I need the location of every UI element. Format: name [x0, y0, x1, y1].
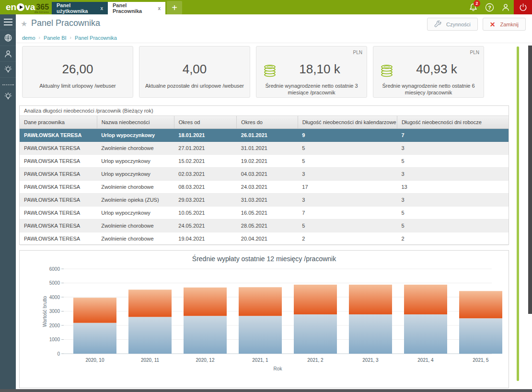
column-header[interactable]: Okres od — [174, 116, 237, 128]
bar-segment-bottom[interactable] — [73, 323, 116, 354]
bar-segment-bottom[interactable] — [459, 318, 502, 354]
table-cell[interactable]: 3 — [397, 167, 509, 180]
table-row[interactable]: PAWŁOWSKA TERESAZwolnienie chorobowe27.0… — [20, 141, 509, 154]
table-row[interactable]: PAWŁOWSKA TERESAZwolnienie chorobowe19.0… — [20, 232, 509, 245]
table-cell[interactable]: 5 — [397, 219, 509, 232]
sidebar-item-bi-panel-2[interactable] — [0, 88, 16, 104]
bar-segment-bottom[interactable] — [294, 314, 337, 354]
column-header[interactable]: Dane pracownika — [20, 116, 97, 128]
table-cell[interactable]: Urlop wypoczynkowy — [97, 154, 174, 167]
bar-segment-top[interactable] — [239, 287, 282, 316]
bar-segment-bottom[interactable] — [128, 317, 172, 354]
table-row[interactable]: PAWŁOWSKA TERESAUrlop wypoczynkowy10.05.… — [20, 206, 509, 219]
table-cell[interactable]: 13 — [397, 180, 509, 193]
main-menu-button[interactable] — [0, 14, 16, 30]
table-cell[interactable]: PAWŁOWSKA TERESA — [20, 219, 97, 232]
logout-button[interactable] — [514, 0, 532, 14]
notifications-button[interactable]: 2 — [465, 0, 481, 14]
breadcrumb-item-panel-pracownika[interactable]: Panel Pracownika — [75, 35, 117, 41]
table-cell[interactable]: 16.05.2021 — [237, 206, 298, 219]
table-cell[interactable]: Urlop wypoczynkowy — [97, 206, 174, 219]
table-cell[interactable]: 10.05.2021 — [174, 206, 237, 219]
bar-segment-top[interactable] — [128, 289, 172, 317]
bar-segment-bottom[interactable] — [239, 316, 282, 354]
table-cell[interactable]: 7 — [298, 206, 397, 219]
table-cell[interactable]: 29.03.2021 — [174, 193, 237, 206]
tab-close-icon[interactable]: x — [157, 6, 162, 11]
table-cell[interactable]: Zwolnienie chorobowe — [97, 232, 174, 245]
breadcrumb-item-panele-bi[interactable]: Panele BI — [44, 35, 67, 41]
table-cell[interactable]: 2 — [298, 232, 397, 245]
table-cell[interactable]: PAWŁOWSKA TERESA — [20, 154, 97, 167]
bar-segment-top[interactable] — [73, 298, 116, 323]
table-cell[interactable]: Urlop wypoczynkowy — [97, 128, 174, 141]
table-cell[interactable]: 5 — [397, 206, 509, 219]
table-cell[interactable]: 20.04.2021 — [237, 232, 298, 245]
bar-segment-top[interactable] — [349, 285, 392, 314]
table-cell[interactable]: 5 — [397, 154, 509, 167]
user-account-button[interactable] — [497, 0, 514, 14]
table-cell[interactable]: 31.03.2021 — [237, 193, 298, 206]
table-cell[interactable]: 18.01.2021 — [174, 128, 237, 141]
bar-segment-top[interactable] — [459, 291, 502, 318]
table-cell[interactable]: PAWŁOWSKA TERESA — [20, 180, 97, 193]
table-cell[interactable]: PAWŁOWSKA TERESA — [20, 141, 97, 154]
tab-close-icon[interactable]: x — [99, 6, 104, 11]
table-cell[interactable]: 7 — [397, 128, 509, 141]
table-row[interactable]: PAWŁOWSKA TERESAZwolnienie opieka (ZUS)2… — [20, 193, 509, 206]
table-cell[interactable]: 2 — [397, 232, 509, 245]
table-cell[interactable]: 3 — [397, 141, 509, 154]
table-row[interactable]: PAWŁOWSKA TERESAZwolnienie chorobowe08.0… — [20, 180, 509, 193]
table-cell[interactable]: Zwolnienie chorobowe — [97, 180, 174, 193]
actions-button[interactable]: Czynności — [427, 18, 478, 31]
column-header[interactable]: Okres do — [237, 116, 298, 128]
window-scrollbar[interactable] — [528, 46, 532, 314]
table-cell[interactable]: 5 — [298, 154, 397, 167]
table-cell[interactable]: 3 — [298, 167, 397, 180]
tab-panel-pracownika[interactable]: Panel Pracownika x — [108, 2, 165, 14]
sidebar-item-bi-panel[interactable] — [0, 62, 16, 78]
column-header[interactable]: Długość nieobecności dni robocze — [397, 116, 509, 128]
table-cell[interactable]: 02.03.2021 — [174, 167, 237, 180]
bar-segment-top[interactable] — [404, 285, 447, 314]
tab-panel-uzytkownika[interactable]: Panel użytkownika x — [52, 2, 108, 14]
table-cell[interactable]: Urlop wypoczynkowy — [97, 167, 174, 180]
table-cell[interactable]: 31.01.2021 — [237, 141, 298, 154]
table-cell[interactable]: 5 — [298, 141, 397, 154]
table-cell[interactable]: 19.04.2021 — [174, 232, 237, 245]
table-cell[interactable]: 08.03.2021 — [174, 180, 237, 193]
table-row[interactable]: PAWŁOWSKA TERESAUrlop wypoczynkowy18.01.… — [20, 128, 509, 141]
panel-scrollbar-thumb[interactable] — [517, 46, 519, 381]
column-header[interactable]: Długość nieobecności dni kalendarzowe — [298, 116, 397, 128]
sidebar-item-employee[interactable] — [0, 46, 16, 62]
help-button[interactable]: ? — [481, 0, 497, 14]
table-cell[interactable]: 27.01.2021 — [174, 141, 237, 154]
column-header[interactable]: Nazwa nieobecności — [97, 116, 174, 128]
bar-segment-top[interactable] — [184, 288, 227, 316]
table-cell[interactable]: 5 — [298, 219, 397, 232]
table-cell[interactable]: PAWŁOWSKA TERESA — [20, 167, 97, 180]
breadcrumb-item-demo[interactable]: demo — [22, 35, 35, 41]
table-cell[interactable]: 15.02.2021 — [174, 154, 237, 167]
table-cell[interactable]: Zwolnienie chorobowe — [97, 141, 174, 154]
table-cell[interactable]: 24.05.2021 — [174, 219, 237, 232]
table-row[interactable]: PAWŁOWSKA TERESAZwolnienie chorobowe24.0… — [20, 219, 509, 232]
table-cell[interactable]: Zwolnienie chorobowe — [97, 219, 174, 232]
table-cell[interactable]: 04.03.2021 — [237, 167, 298, 180]
table-cell[interactable]: 17 — [298, 180, 397, 193]
close-panel-button[interactable]: ✕ Zamknij — [483, 18, 526, 31]
sidebar-item-web[interactable] — [0, 30, 16, 46]
table-cell[interactable]: 28.05.2021 — [237, 219, 298, 232]
favorite-star-icon[interactable]: ★ — [21, 19, 27, 28]
table-cell[interactable]: PAWŁOWSKA TERESA — [20, 206, 97, 219]
table-row[interactable]: PAWŁOWSKA TERESAUrlop wypoczynkowy02.03.… — [20, 167, 509, 180]
bar-segment-top[interactable] — [294, 285, 337, 314]
table-row[interactable]: PAWŁOWSKA TERESAUrlop wypoczynkowy15.02.… — [20, 154, 509, 167]
table-cell[interactable]: 3 — [397, 193, 509, 206]
table-cell[interactable]: PAWŁOWSKA TERESA — [20, 128, 97, 141]
table-cell[interactable]: 26.01.2021 — [237, 128, 298, 141]
bar-segment-bottom[interactable] — [404, 314, 447, 354]
table-cell[interactable]: 3 — [298, 193, 397, 206]
table-cell[interactable]: 9 — [298, 128, 397, 141]
table-cell[interactable]: PAWŁOWSKA TERESA — [20, 232, 97, 245]
